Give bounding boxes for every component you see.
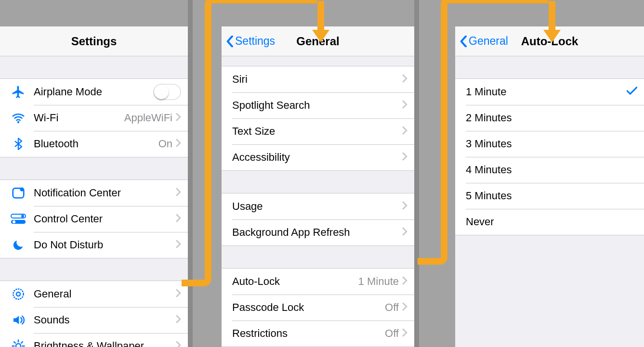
general-group-2: Usage Background App Refresh (222, 193, 414, 246)
row-spotlight-search[interactable]: Spotlight Search (222, 92, 414, 118)
option-label: 5 Minutes (466, 190, 637, 202)
row-label: Brightness & Wallpaper (34, 340, 175, 347)
gear-icon (9, 284, 28, 304)
chevron-right-icon (402, 226, 407, 239)
chevron-right-icon (175, 112, 181, 124)
brightness-icon (9, 336, 28, 347)
settings-group-1: Airplane Mode Wi-Fi AppleWiFi Bluetooth … (0, 78, 188, 157)
row-control-center[interactable]: Control Center (0, 206, 188, 232)
screen-auto-lock: General Auto-Lock 1 Minute 2 Minutes 3 M… (455, 0, 644, 347)
group-gap (0, 157, 188, 180)
row-value: AppleWiFi (124, 112, 172, 124)
bluetooth-icon (9, 134, 28, 154)
checkmark-icon (627, 85, 637, 99)
row-label: Usage (232, 200, 402, 213)
back-to-general[interactable]: General (460, 26, 508, 56)
row-wifi[interactable]: Wi-Fi AppleWiFi (0, 105, 188, 131)
row-value: Off (385, 327, 399, 340)
navbar-general: Settings General (222, 26, 414, 56)
chevron-right-icon (175, 314, 181, 326)
row-usage[interactable]: Usage (222, 193, 414, 219)
row-accessibility[interactable]: Accessibility (222, 144, 414, 170)
svg-point-7 (13, 289, 23, 299)
option-5-minutes[interactable]: 5 Minutes (455, 183, 644, 209)
notification-icon (9, 183, 28, 203)
chevron-right-icon (402, 151, 407, 164)
chevron-right-icon (175, 288, 181, 300)
speaker-icon (9, 310, 28, 330)
navbar-title: General (296, 35, 339, 48)
option-never[interactable]: Never (455, 209, 644, 235)
row-label: Auto-Lock (232, 275, 358, 288)
status-bar (455, 0, 644, 26)
row-auto-lock[interactable]: Auto-Lock 1 Minute (222, 269, 414, 295)
back-label: Settings (235, 35, 275, 48)
row-label: Accessibility (232, 151, 402, 164)
chevron-right-icon (402, 73, 407, 86)
group-gap (0, 56, 188, 78)
row-value: On (158, 138, 172, 150)
svg-line-17 (21, 342, 23, 343)
row-label: Siri (232, 73, 402, 86)
navbar-title: Settings (71, 35, 117, 48)
option-4-minutes[interactable]: 4 Minutes (455, 157, 644, 183)
navbar-auto-lock: General Auto-Lock (455, 26, 644, 56)
row-label: Text Size (232, 125, 402, 138)
control-center-icon (9, 209, 28, 229)
svg-point-6 (13, 220, 15, 223)
option-label: 3 Minutes (466, 138, 637, 150)
status-bar (0, 0, 188, 26)
chevron-right-icon (175, 239, 181, 251)
navbar-settings: Settings (0, 26, 188, 56)
status-bar (222, 0, 414, 26)
row-label: Background App Refresh (232, 226, 402, 239)
row-do-not-disturb[interactable]: Do Not Disturb (0, 232, 188, 258)
row-brightness-wallpaper[interactable]: Brightness & Wallpaper (0, 333, 188, 347)
row-background-app-refresh[interactable]: Background App Refresh (222, 219, 414, 245)
row-label: Airplane Mode (34, 86, 153, 98)
chevron-right-icon (402, 275, 407, 288)
airplane-icon (9, 82, 28, 102)
group-gap (455, 56, 644, 78)
back-to-settings[interactable]: Settings (226, 26, 275, 56)
group-gap (222, 171, 414, 193)
row-label: Notification Center (34, 187, 175, 199)
row-label: Control Center (34, 213, 175, 225)
row-general[interactable]: General (0, 281, 188, 307)
chevron-right-icon (175, 340, 181, 347)
option-2-minutes[interactable]: 2 Minutes (455, 105, 644, 131)
group-gap (0, 258, 188, 281)
option-label: Never (466, 216, 637, 228)
row-label: Sounds (34, 314, 175, 326)
short-gap (222, 56, 414, 66)
svg-point-4 (21, 215, 24, 218)
general-group-3: Auto-Lock 1 Minute Passcode Lock Off Res… (222, 268, 414, 347)
chevron-right-icon (402, 327, 407, 340)
wifi-icon (9, 108, 28, 128)
row-label: Do Not Disturb (34, 239, 175, 251)
row-passcode-lock[interactable]: Passcode Lock Off (222, 295, 414, 321)
moon-icon (9, 235, 28, 255)
row-restrictions[interactable]: Restrictions Off (222, 321, 414, 347)
settings-group-3: General Sounds Brightness & Wallpaper (0, 281, 188, 347)
autolock-options: 1 Minute 2 Minutes 3 Minutes 4 Minutes 5… (455, 78, 644, 235)
row-notification-center[interactable]: Notification Center (0, 180, 188, 206)
row-sounds[interactable]: Sounds (0, 307, 188, 333)
row-text-size[interactable]: Text Size (222, 118, 414, 144)
general-group-1: Siri Spotlight Search Text Size Accessib… (222, 66, 414, 171)
airplane-toggle[interactable] (153, 84, 181, 100)
option-label: 4 Minutes (466, 164, 637, 176)
row-siri[interactable]: Siri (222, 66, 414, 92)
chevron-right-icon (402, 125, 407, 138)
row-bluetooth[interactable]: Bluetooth On (0, 131, 188, 157)
svg-point-2 (20, 188, 24, 192)
screen-general: Settings General Siri Spotlight Search T… (222, 0, 414, 347)
option-1-minute[interactable]: 1 Minute (455, 79, 644, 105)
chevron-right-icon (402, 301, 407, 314)
row-airplane-mode[interactable]: Airplane Mode (0, 79, 188, 105)
row-value: Off (385, 301, 399, 314)
svg-point-8 (16, 292, 20, 296)
option-3-minutes[interactable]: 3 Minutes (455, 131, 644, 157)
row-label: Restrictions (232, 327, 385, 340)
row-label: Spotlight Search (232, 99, 402, 112)
